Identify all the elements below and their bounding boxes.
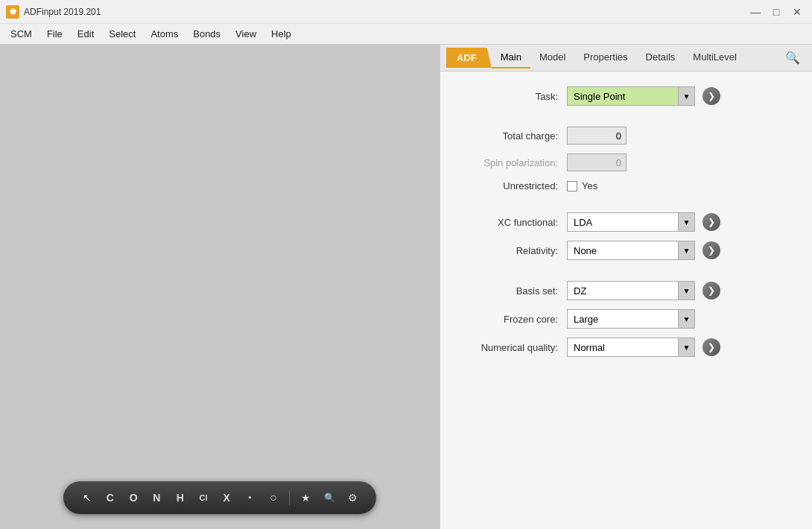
- tab-model[interactable]: Model: [530, 47, 574, 69]
- form-area: Task: Single Point ▼ ❯ Total charge:: [440, 72, 812, 529]
- total-charge-input[interactable]: [567, 127, 627, 145]
- relativity-dropdown-container: None ▼: [567, 241, 695, 260]
- menu-help[interactable]: Help: [264, 25, 299, 42]
- task-control-group: Single Point ▼ ❯: [567, 86, 790, 106]
- frozen-core-control: Large ▼: [567, 309, 790, 329]
- total-charge-label: Total charge:: [463, 130, 567, 142]
- task-dropdown-arrow[interactable]: ▼: [679, 86, 695, 106]
- relativity-control: None ▼ ❯: [567, 241, 790, 260]
- basis-set-dropdown-field[interactable]: DZ: [567, 281, 679, 300]
- unrestricted-checkbox[interactable]: [567, 181, 577, 191]
- tab-multilevel[interactable]: MultiLevel: [684, 47, 746, 69]
- numerical-quality-dropdown-container: Normal ▼: [567, 338, 695, 357]
- xc-dropdown-container: LDA ▼: [567, 212, 695, 232]
- search-icon[interactable]: 🔍: [779, 48, 806, 68]
- star-tool[interactable]: ★: [297, 487, 314, 508]
- spin-polarization-row: Spin polarization:: [463, 153, 790, 171]
- basis-set-label: Basis set:: [463, 285, 567, 297]
- carbon-tool[interactable]: C: [101, 487, 118, 508]
- period-tool[interactable]: ·: [241, 487, 258, 508]
- task-nav-arrow[interactable]: ❯: [702, 87, 720, 105]
- relativity-label: Relativity:: [463, 245, 567, 256]
- numerical-quality-label: Numerical quality:: [463, 342, 567, 353]
- xc-functional-row: XC functional: LDA ▼ ❯: [463, 212, 790, 232]
- tab-adf[interactable]: ADF: [446, 48, 492, 68]
- task-dropdown-container: Single Point ▼: [567, 86, 695, 106]
- menu-bar: SCM File Edit Select Atoms Bonds View He…: [0, 24, 812, 45]
- frozen-core-label: Frozen core:: [463, 314, 567, 325]
- frozen-core-row: Frozen core: Large ▼: [463, 309, 790, 329]
- unrestricted-row: Unrestricted: Yes: [463, 180, 790, 191]
- numerical-quality-dropdown-field[interactable]: Normal: [567, 338, 679, 357]
- relativity-row: Relativity: None ▼ ❯: [463, 241, 790, 260]
- right-panel: ADF Main Model Properties Details MultiL…: [440, 45, 812, 529]
- numerical-quality-row: Numerical quality: Normal ▼ ❯: [463, 338, 790, 357]
- settings-tool[interactable]: ⚙: [344, 487, 361, 508]
- total-charge-row: Total charge:: [463, 127, 790, 145]
- menu-select[interactable]: Select: [101, 25, 143, 42]
- search-tool[interactable]: 🔍: [320, 487, 337, 508]
- menu-bonds[interactable]: Bonds: [185, 25, 228, 42]
- unrestricted-checkbox-container: Yes: [567, 180, 597, 191]
- basis-set-row: Basis set: DZ ▼ ❯: [463, 281, 790, 300]
- oxygen-tool[interactable]: O: [125, 487, 142, 508]
- unrestricted-label: Unrestricted:: [463, 180, 567, 191]
- spin-polarization-input[interactable]: [567, 153, 627, 171]
- maximize-button[interactable]: □: [767, 3, 785, 21]
- relativity-dropdown-arrow[interactable]: ▼: [679, 241, 695, 260]
- tab-bar: ADF Main Model Properties Details MultiL…: [440, 45, 812, 72]
- task-label: Task:: [463, 91, 567, 102]
- menu-edit[interactable]: Edit: [70, 25, 101, 42]
- tab-properties[interactable]: Properties: [574, 47, 636, 69]
- relativity-nav-arrow[interactable]: ❯: [702, 241, 720, 259]
- menu-view[interactable]: View: [228, 25, 264, 42]
- nitrogen-tool[interactable]: N: [148, 487, 165, 508]
- menu-atoms[interactable]: Atoms: [143, 25, 185, 42]
- tab-main[interactable]: Main: [492, 47, 530, 69]
- task-dropdown-field[interactable]: Single Point: [567, 86, 679, 106]
- main-layout: ↖ C O N H Cl X · ○ ★ 🔍 ⚙ ADF Main Model …: [0, 45, 812, 529]
- frozen-core-dropdown-field[interactable]: Large: [567, 309, 679, 329]
- xc-functional-control: LDA ▼ ❯: [567, 212, 790, 232]
- toolbar-separator: [289, 490, 290, 505]
- menu-file[interactable]: File: [39, 25, 70, 42]
- xc-nav-arrow[interactable]: ❯: [702, 213, 720, 231]
- relativity-dropdown-field[interactable]: None: [567, 241, 679, 260]
- basis-set-nav-arrow[interactable]: ❯: [702, 282, 720, 300]
- tab-details[interactable]: Details: [637, 47, 685, 69]
- frozen-core-dropdown-container: Large ▼: [567, 309, 695, 329]
- numerical-quality-nav-arrow[interactable]: ❯: [702, 338, 720, 356]
- title-bar: ⬟ ADFinput 2019.201 — □ ✕: [0, 0, 812, 24]
- spin-polarization-label: Spin polarization:: [463, 157, 567, 168]
- ring-tool[interactable]: ○: [264, 487, 282, 508]
- numerical-quality-dropdown-arrow[interactable]: ▼: [679, 338, 695, 357]
- atom-toolbar: ↖ C O N H Cl X · ○ ★ 🔍 ⚙: [63, 481, 376, 514]
- numerical-quality-control: Normal ▼ ❯: [567, 338, 790, 357]
- total-charge-control: [567, 127, 790, 145]
- app-title: ADFinput 2019.201: [24, 7, 746, 17]
- chlorine-tool[interactable]: Cl: [194, 487, 212, 508]
- menu-scm[interactable]: SCM: [3, 25, 39, 42]
- basis-set-dropdown-container: DZ ▼: [567, 281, 695, 300]
- frozen-core-dropdown-arrow[interactable]: ▼: [679, 309, 695, 329]
- minimize-button[interactable]: —: [746, 3, 764, 21]
- x-tool[interactable]: X: [218, 487, 235, 508]
- close-button[interactable]: ✕: [788, 3, 806, 21]
- unrestricted-control: Yes: [567, 180, 790, 191]
- xc-dropdown-arrow[interactable]: ▼: [679, 212, 695, 232]
- hydrogen-tool[interactable]: H: [171, 487, 188, 508]
- viewport-panel: ↖ C O N H Cl X · ○ ★ 🔍 ⚙: [0, 45, 440, 529]
- task-row: Task: Single Point ▼ ❯: [463, 86, 790, 106]
- xc-dropdown-field[interactable]: LDA: [567, 212, 679, 232]
- cursor-tool[interactable]: ↖: [78, 487, 95, 508]
- window-controls: — □ ✕: [746, 3, 806, 21]
- basis-set-dropdown-arrow[interactable]: ▼: [679, 281, 695, 300]
- app-icon: ⬟: [6, 5, 19, 19]
- basis-set-control: DZ ▼ ❯: [567, 281, 790, 300]
- spin-polarization-control: [567, 153, 790, 171]
- xc-functional-label: XC functional:: [463, 217, 567, 228]
- unrestricted-checkbox-label: Yes: [582, 180, 597, 191]
